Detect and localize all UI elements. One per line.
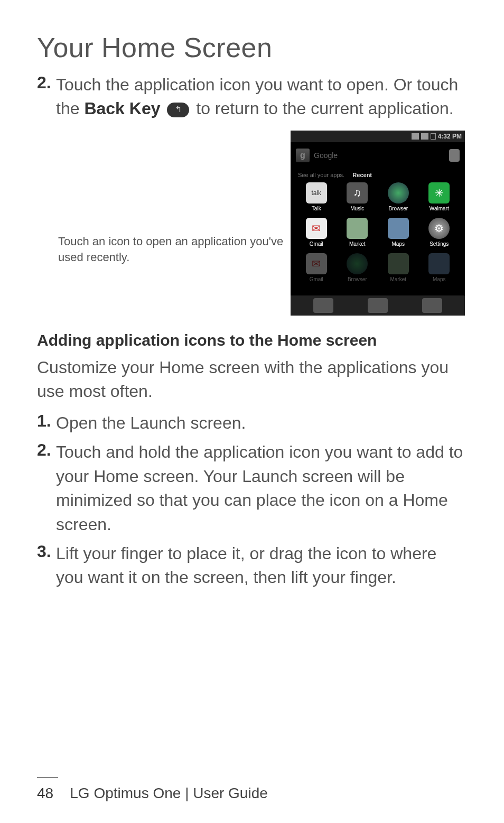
back-key-icon [167, 103, 189, 117]
step-number: 3. [37, 542, 56, 590]
walmart-icon: ✳ [428, 182, 450, 204]
page-footer: 48 LG Optimus One | User Guide [37, 777, 467, 802]
step-text: Touch the application icon you want to o… [56, 73, 467, 121]
market-icon [347, 218, 368, 239]
footer-title: LG Optimus One | User Guide [70, 785, 268, 801]
app-label: Talk [312, 206, 321, 211]
app-browser: Browser [378, 182, 419, 211]
browser-icon [347, 253, 368, 274]
section-heading: Adding application icons to the Home scr… [37, 331, 467, 349]
market-icon [388, 253, 409, 274]
step-text: Open the Launch screen. [56, 411, 246, 435]
app-gmail: ✉Gmail [296, 218, 337, 247]
app-settings: ⚙Settings [419, 218, 460, 247]
app-music: ♫Music [337, 182, 378, 211]
app-label: Settings [430, 241, 449, 247]
recent-apps-grid-2: ✉GmailMarketMaps⚙Settings [291, 215, 465, 250]
gmail-icon: ✉ [306, 253, 327, 274]
recent-apps-grid: talkTalk♫MusicBrowser✳Walmart [291, 179, 465, 215]
overlay-labels: See all your apps. Recent [291, 169, 465, 179]
browser-icon [388, 182, 409, 204]
app-talk: talkTalk [296, 182, 337, 211]
see-all-apps-label: See all your apps. [298, 172, 344, 178]
app-label: Walmart [430, 206, 449, 211]
app-market: Market [337, 218, 378, 247]
step-text: Lift your finger to place it, or drag th… [56, 542, 467, 590]
maps-icon [428, 253, 450, 274]
app-maps: Maps [378, 218, 419, 247]
figure-row: Touch an icon to open an application you… [37, 131, 467, 316]
app-market: Market [378, 253, 419, 282]
search-bar: g Google [291, 142, 465, 169]
app-label: Market [390, 276, 406, 282]
instruction-step: 2.Touch and hold the application icon yo… [37, 440, 467, 537]
talk-icon: talk [306, 182, 327, 204]
music-icon: ♫ [347, 182, 368, 204]
app-label: Gmail [310, 276, 323, 282]
app-label: Music [350, 206, 364, 211]
step-number: 1. [37, 411, 56, 435]
signal-icon [421, 133, 428, 140]
threeg-icon [412, 133, 419, 140]
page-number: 48 [37, 785, 53, 801]
battery-icon [431, 133, 436, 140]
status-time: 4:32 PM [438, 133, 462, 140]
step-text-after: to return to the current application. [196, 99, 453, 118]
app-maps: Maps [419, 253, 460, 282]
app-label: Market [349, 241, 366, 247]
phone-screenshot: 4:32 PM g Google See all your apps. Rece… [291, 131, 465, 316]
app-browser: Browser [337, 253, 378, 282]
back-key-label: Back Key [84, 99, 160, 118]
instruction-step: 1.Open the Launch screen. [37, 411, 467, 435]
step-text: Touch and hold the application icon you … [56, 440, 467, 537]
app-label: Browser [388, 206, 408, 211]
dock-phone-icon [313, 298, 333, 313]
instruction-step-top: 2. Touch the application icon you want t… [37, 73, 467, 121]
google-g-icon: g [296, 149, 310, 162]
page-title: Your Home Screen [37, 32, 467, 63]
step-number: 2. [37, 440, 56, 537]
settings-icon: ⚙ [428, 218, 450, 239]
status-bar: 4:32 PM [291, 131, 465, 142]
dock-messaging-icon [422, 298, 442, 313]
maps-icon [388, 218, 409, 239]
app-label: Gmail [310, 241, 323, 247]
background-apps-grid: ✉GmailBrowserMarketMaps [291, 250, 465, 285]
gmail-icon: ✉ [306, 218, 327, 239]
instruction-step: 3.Lift your finger to place it, or drag … [37, 542, 467, 590]
app-label: Maps [392, 241, 405, 247]
mic-icon [449, 149, 460, 162]
callout-text: Touch an icon to open an application you… [58, 234, 291, 265]
intro-paragraph: Customize your Home screen with the appl… [37, 356, 467, 404]
recent-label: Recent [352, 172, 372, 178]
dock-apps-icon [368, 298, 388, 313]
dock [291, 295, 465, 316]
search-placeholder: Google [314, 151, 445, 160]
app-label: Maps [433, 276, 445, 282]
footer-rule [37, 777, 58, 778]
app-gmail: ✉Gmail [296, 253, 337, 282]
app-walmart: ✳Walmart [419, 182, 460, 211]
app-label: Browser [348, 276, 367, 282]
step-number: 2. [37, 73, 56, 121]
